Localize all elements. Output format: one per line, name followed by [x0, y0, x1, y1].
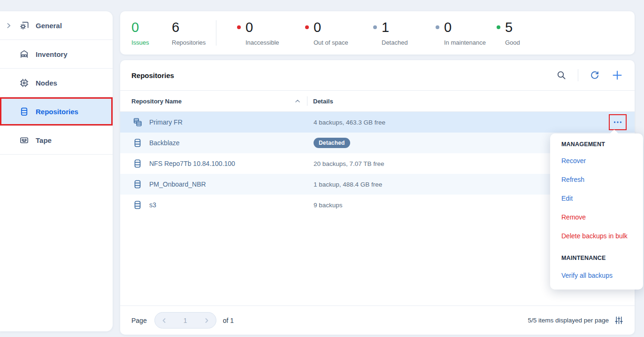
stat-label: Detached [382, 39, 436, 46]
column-header-repository-name[interactable]: Repository Name [131, 98, 182, 105]
repository-icon [132, 200, 143, 210]
detached-status-badge: Detached [314, 138, 350, 148]
stat-value: 0 [314, 21, 321, 34]
menu-item-edit[interactable]: Edit [561, 189, 643, 208]
stat-value: 5 [505, 21, 513, 34]
row-actions-menu-button[interactable] [609, 114, 627, 130]
search-button[interactable] [555, 69, 567, 81]
add-repository-button[interactable] [611, 69, 623, 81]
stat-label: In maintenance [444, 39, 497, 46]
pagination-control: 1 [154, 312, 216, 329]
red-status-dot [305, 25, 309, 29]
sidebar-item-label: Nodes [36, 79, 57, 87]
slate-status-dot [436, 25, 439, 29]
repository-name: PM_Onboard_NBR [149, 180, 314, 188]
next-page-button[interactable] [203, 317, 210, 324]
stat-detached: 1 Detached [373, 20, 436, 46]
panel-header: Repositories [120, 60, 635, 91]
sidebar-item-label: Tape [36, 136, 52, 144]
items-per-page-text: 5/5 items displayed per page [528, 317, 609, 324]
stats-divider [216, 20, 216, 46]
repository-icon [132, 179, 143, 189]
inventory-icon [18, 48, 30, 60]
stat-label: Good [505, 39, 544, 46]
page-label: Page [131, 317, 147, 324]
chevron-right-icon[interactable] [6, 23, 18, 29]
table-header: Repository Name Details [120, 91, 635, 112]
stat-value: 0 [131, 21, 139, 34]
refresh-button[interactable] [589, 69, 601, 81]
row-actions-context-menu: MANAGEMENT Recover Refresh Edit Remove D… [550, 133, 643, 290]
sidebar-item-inventory[interactable]: Inventory [0, 40, 113, 69]
stat-issues: 0 Issues [131, 20, 172, 46]
table-footer: Page 1 of 1 5/5 items displayed per page [120, 306, 635, 335]
stat-label: Out of space [314, 39, 373, 46]
green-status-dot [497, 25, 500, 29]
previous-page-button[interactable] [161, 317, 168, 324]
sort-ascending-icon[interactable] [295, 99, 300, 103]
stat-value: 1 [382, 21, 389, 34]
per-page-settings-icon[interactable] [614, 316, 623, 325]
stat-out-of-space: 0 Out of space [305, 20, 373, 46]
menu-item-verify-all-backups[interactable]: Verify all backups [561, 266, 643, 285]
current-page-number: 1 [184, 317, 187, 324]
menu-section-maintenance: MAINTENANCE [561, 245, 643, 266]
repository-icon [132, 158, 143, 169]
red-status-dot [237, 25, 241, 29]
tape-icon [18, 134, 30, 146]
menu-item-recover[interactable]: Recover [561, 151, 643, 170]
slate-status-dot [373, 25, 377, 29]
sidebar-item-label: General [36, 22, 62, 30]
repositories-icon [18, 105, 30, 118]
repository-icon [132, 138, 143, 148]
repository-name: Backblaze [149, 139, 314, 147]
repository-name: Primary FR [149, 118, 314, 126]
repository-name: s3 [149, 201, 314, 209]
sidebar-item-general[interactable]: General [0, 11, 113, 40]
repository-details: 9 backups [314, 202, 343, 209]
toolbar-divider [578, 69, 578, 81]
sidebar-item-label: Repositories [36, 108, 78, 116]
stat-good: 5 Good [497, 20, 544, 46]
repository-details: 1 backup, 488.4 GB free [314, 181, 382, 188]
sidebar-item-repositories[interactable]: Repositories [0, 97, 113, 126]
sidebar-item-nodes[interactable]: Nodes [0, 69, 113, 97]
stat-inaccessible: 0 Inaccessible [237, 20, 305, 46]
stat-label: Repositories [172, 39, 216, 46]
stat-value: 6 [172, 21, 179, 34]
page-count-label: of 1 [223, 317, 234, 324]
sidebar-item-label: Inventory [36, 50, 68, 58]
menu-item-remove[interactable]: Remove [561, 208, 643, 227]
repository-details: 4 backups, 463.3 GB free [314, 119, 385, 126]
table-row-primary-fr[interactable]: Primary FR 4 backups, 463.3 GB free [120, 112, 635, 133]
repository-stats-bar: 0 Issues 6 Repositories 0 Inaccessible 0… [120, 11, 635, 55]
scale-out-repository-icon [132, 117, 143, 127]
ellipsis-icon [613, 120, 623, 125]
menu-item-delete-backups-in-bulk[interactable]: Delete backups in bulk [561, 227, 643, 245]
stat-value: 0 [444, 21, 452, 34]
page-title: Repositories [131, 71, 174, 79]
repository-details: 20 backups, 7.07 TB free [314, 160, 384, 167]
repository-name: NFS Repo7Tb 10.84.100.100 [149, 160, 314, 167]
stat-repositories: 6 Repositories [172, 20, 216, 46]
column-header-details[interactable]: Details [313, 98, 333, 105]
nodes-icon [18, 77, 30, 89]
stat-in-maintenance: 0 In maintenance [436, 20, 497, 46]
sidebar: General Inventory Nodes [0, 11, 113, 331]
menu-section-management: MANAGEMENT [561, 137, 643, 151]
menu-item-refresh[interactable]: Refresh [561, 170, 643, 189]
stat-label: Inaccessible [245, 39, 305, 46]
sidebar-item-tape[interactable]: Tape [0, 126, 113, 155]
general-icon [18, 19, 30, 31]
stat-label: Issues [131, 39, 172, 46]
stat-value: 0 [245, 21, 253, 34]
